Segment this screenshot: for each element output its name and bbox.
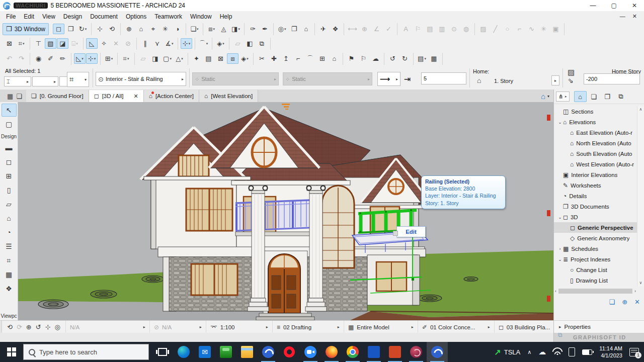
scroll-up-icon[interactable]: ∧ [639, 107, 642, 112]
firefox-icon[interactable] [321, 342, 342, 362]
tree-south-elevation[interactable]: ⌂South Elevation (Auto [554, 148, 637, 159]
zoom-app-icon[interactable] [300, 342, 321, 362]
render-style-icon[interactable]: ◨▾ [230, 24, 242, 34]
circle-tool-icon[interactable]: ○ [502, 24, 513, 34]
red-swirl-app-icon[interactable] [406, 342, 427, 362]
arrow-segment-button[interactable]: ⟶ ▸ [377, 72, 400, 86]
snap-point-icon[interactable]: ⊹▾ [181, 38, 192, 49]
toolbox-viewpoint-label[interactable]: Viewpc [1, 313, 17, 319]
dimension-12-icon[interactable]: ▤ [203, 53, 214, 64]
perspective-view-icon[interactable]: ◻ [53, 24, 64, 34]
tree-east-elevation[interactable]: ⌂East Elevation (Auto-r [554, 127, 637, 138]
orbit-fwd-icon[interactable]: ⟳ [17, 323, 22, 331]
look-around-icon[interactable]: ⟲ [106, 24, 118, 34]
word-icon[interactable] [363, 342, 384, 362]
menu-edit[interactable]: Edit [20, 12, 38, 21]
tab-overflow-button[interactable]: ⌂ ▾ [537, 92, 553, 102]
redo-icon[interactable]: ↷ [16, 53, 27, 64]
fit-view-icon[interactable]: ◎ [55, 323, 60, 331]
tree-sections[interactable]: ◫Sections [554, 106, 637, 117]
view-map-icon[interactable]: ❏ [588, 91, 600, 102]
toolbox-design-label[interactable]: Design [1, 134, 17, 139]
wall-tool[interactable]: ▬ [2, 141, 17, 154]
resize-icon[interactable]: ⊞ [316, 53, 328, 64]
menu-file[interactable]: File [2, 12, 20, 21]
polyline-tool-icon[interactable]: ⌐ [514, 24, 525, 34]
slab-tool[interactable]: ▱ [2, 198, 17, 211]
sun-study-icon[interactable]: ❖ [330, 24, 341, 34]
text-tool-icon[interactable]: A [400, 24, 412, 34]
tree-expander-icon[interactable]: ⌄ [557, 257, 563, 262]
spline-tool-icon[interactable]: ∿ [526, 24, 537, 34]
scroll-left-icon[interactable]: ‹ [555, 289, 556, 294]
creative-imaging-icon[interactable]: ✳ [159, 24, 171, 34]
dimension-icon[interactable]: ⟷ [347, 24, 358, 34]
3d-cutaway-icon[interactable]: ⊕ [123, 24, 135, 34]
battery-icon[interactable] [582, 349, 592, 355]
navigator-vertical-scrollbar[interactable]: ∧ ∨ [637, 106, 644, 286]
base-icon[interactable]: ⌂ [329, 53, 340, 64]
close-button[interactable]: ✕ [632, 2, 637, 9]
tree-interior-elevations[interactable]: ▣Interior Elevations [554, 169, 637, 180]
pickup-parameters-icon[interactable]: ✐ [45, 53, 56, 64]
remove-guides-icon[interactable]: ✕ [110, 38, 122, 49]
adjust-icon[interactable]: ✚ [268, 53, 280, 64]
tree-3d-documents[interactable]: ❐3D Documents [554, 201, 637, 212]
editing-plane-icon[interactable]: ▱ [232, 38, 244, 49]
teamwork-send-icon[interactable]: ↺ [387, 53, 398, 64]
marquee-restrict-icon[interactable]: ⊠ [4, 38, 15, 49]
label-tool-icon[interactable]: ⚐ [412, 24, 424, 34]
shadow-3d-icon[interactable]: ◑ [172, 24, 183, 34]
magic-wand-icon[interactable]: ✦ [191, 53, 202, 64]
opera-icon[interactable] [279, 342, 300, 362]
grid-sheet-icon[interactable]: ▥ [436, 24, 448, 34]
taskbar-clock[interactable]: 11:14 AM 4/1/2023 [599, 345, 622, 359]
hatch-tool-icon[interactable]: ▨ [477, 24, 489, 34]
minimize-button[interactable]: — [590, 2, 596, 9]
arrow-tool[interactable]: ↖ [2, 104, 17, 117]
link-select[interactable]: ⊘N/A▸ [150, 321, 206, 333]
maximize-button[interactable]: ▢ [611, 2, 617, 9]
flag-outline-icon[interactable]: ⚐ [358, 53, 369, 64]
grid-display-icon[interactable]: ⌗▾ [16, 38, 27, 49]
tree-elevations[interactable]: ⌄⌂Elevations [554, 117, 637, 127]
angle-dimension-icon[interactable]: ∠ [371, 24, 382, 34]
inject-parameters-icon[interactable]: ✏ [57, 53, 68, 64]
plane-display-icon[interactable]: ◧ [244, 38, 256, 49]
filter-elements-icon[interactable]: ◬ [218, 24, 229, 34]
undo-icon[interactable]: ↶ [4, 53, 15, 64]
menu-document[interactable]: Document [86, 12, 122, 21]
paint-icon[interactable]: ✒ [259, 24, 271, 34]
publisher-icon[interactable]: ⧉ [615, 91, 627, 102]
auto-dimension-icon[interactable]: ✓ [383, 24, 394, 34]
arc-offset-icon[interactable]: ⌒▾ [198, 38, 209, 49]
marquee-3d-icon[interactable]: ⧈▾ [206, 24, 217, 34]
split-icon[interactable]: ✂ [256, 53, 268, 64]
walk-icon[interactable]: ⊹ [45, 323, 51, 331]
project-map-icon[interactable]: ⌂ [574, 91, 587, 102]
shell-tool[interactable]: ◔ [2, 226, 17, 239]
sheet-a1-icon[interactable]: ▤ [424, 24, 436, 34]
powerpoint-icon[interactable] [384, 342, 406, 362]
tree-worksheets[interactable]: ✎Worksheets [554, 180, 637, 191]
object-tool[interactable]: ❖ [2, 282, 17, 295]
tab-action-center[interactable]: ⌂[Action Center] [144, 90, 199, 102]
elevate-icon[interactable]: ↥ [280, 53, 292, 64]
interior-view-icon[interactable]: ⌂ [135, 24, 147, 34]
doc-close-button[interactable]: ✕ [632, 13, 637, 20]
archicad-icon[interactable] [258, 342, 279, 362]
orbit-icon[interactable]: ↻▾ [77, 24, 89, 34]
tab-west-elevation[interactable]: ⌂[West Elevation] [199, 90, 258, 102]
tree-drawing-list[interactable]: ▯Drawing List [554, 275, 637, 286]
flag-icon[interactable]: ⚑ [346, 53, 357, 64]
geometry-method-dropdown[interactable]: ▸ [32, 76, 58, 86]
stretch-icon[interactable]: ⊠ [215, 53, 226, 64]
scrollbar-thumb[interactable] [558, 289, 632, 294]
window-tool[interactable]: ⊞ [2, 169, 17, 183]
roof-tool[interactable]: ⌂ [2, 212, 17, 225]
project-chooser-button[interactable]: ⋔ ▸ [556, 92, 570, 102]
guide-lines-icon[interactable]: ⊤ [33, 38, 44, 49]
tree-project-indexes[interactable]: ⌄≣Project Indexes [554, 254, 637, 264]
segments-input[interactable]: 5 [421, 72, 466, 84]
tree-generic-perspective[interactable]: ◻Generic Perspective [554, 222, 637, 233]
